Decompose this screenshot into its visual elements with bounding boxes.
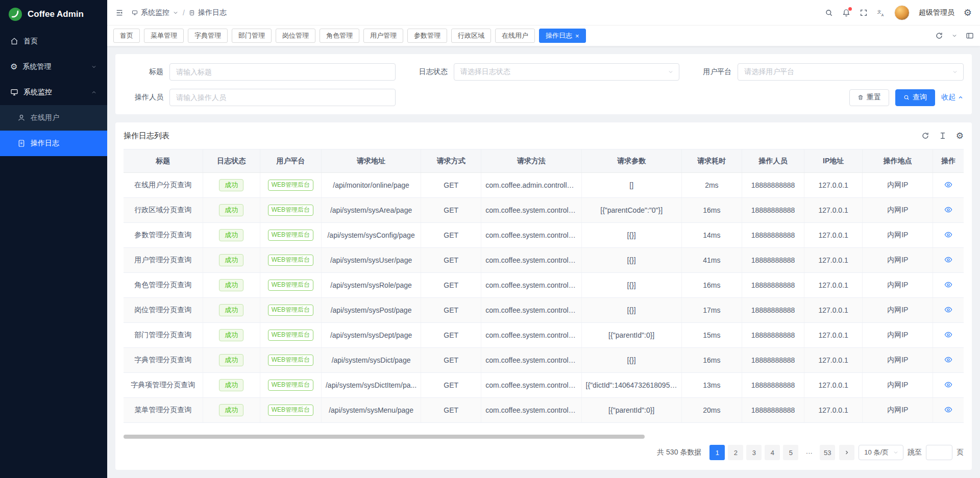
- tab[interactable]: 部门管理 ×: [232, 29, 272, 43]
- table-refresh-button[interactable]: [921, 132, 929, 140]
- page-button[interactable]: 3: [746, 445, 762, 460]
- status-select-placeholder: 请选择日志状态: [460, 67, 510, 77]
- table-row: 部门管理分页查询 成功 WEB管理后台 /api/system/sysDept/…: [124, 323, 964, 348]
- home-icon: [10, 37, 18, 45]
- cell-location: 内网IP: [863, 223, 933, 248]
- collapse-filter-button[interactable]: 收起: [941, 93, 964, 102]
- translate-icon: 文 A: [877, 9, 885, 17]
- cell-duration: 14ms: [681, 223, 742, 248]
- cell-location: 内网IP: [863, 273, 933, 298]
- tab-label: 在线用户: [502, 31, 528, 40]
- table-title: 操作日志列表: [124, 131, 169, 141]
- search-button[interactable]: 查询: [895, 89, 935, 106]
- view-detail-button[interactable]: [944, 206, 952, 214]
- platform-badge: WEB管理后台: [268, 230, 313, 241]
- view-detail-button[interactable]: [944, 406, 952, 414]
- tab[interactable]: 在线用户 ×: [495, 29, 535, 43]
- view-detail-button[interactable]: [944, 256, 952, 264]
- content-layout-button[interactable]: [966, 32, 974, 40]
- tab[interactable]: 角色管理 ×: [320, 29, 359, 43]
- page-button[interactable]: ···: [801, 445, 817, 460]
- cell-params: [{}]: [581, 348, 681, 373]
- total-count-text: 共 530 条数据: [657, 448, 701, 457]
- status-badge: 成功: [219, 404, 243, 417]
- next-page-button[interactable]: [839, 445, 854, 460]
- tab-label: 首页: [120, 31, 133, 40]
- tab-options-button[interactable]: [951, 33, 958, 39]
- page-button[interactable]: 5: [783, 445, 798, 460]
- current-user-name[interactable]: 超级管理员: [919, 8, 954, 17]
- status-badge: 成功: [219, 354, 243, 367]
- tab[interactable]: 岗位管理 ×: [276, 29, 315, 43]
- cell-request-url: /api/system/sysDept/page: [321, 323, 421, 348]
- scrollbar-thumb[interactable]: [124, 435, 645, 439]
- breadcrumb-item-monitor[interactable]: 系统监控: [132, 8, 179, 17]
- collapse-sidebar-button[interactable]: [115, 9, 124, 17]
- tab[interactable]: 字典管理 ×: [188, 29, 228, 43]
- sidebar-item-online-users[interactable]: 在线用户: [0, 105, 107, 131]
- page-button[interactable]: 4: [765, 445, 780, 460]
- cell-request-url: /api/system/sysPost/page: [321, 298, 421, 323]
- cell-operator: 18888888888: [742, 323, 804, 348]
- operator-input[interactable]: [169, 89, 396, 106]
- cell-duration: 17ms: [681, 298, 742, 323]
- cell-params: [{"parentId":0}]: [581, 323, 681, 348]
- app-root: Coffee Admin 首页 ⚙ 系统管理 系统监控: [0, 0, 980, 478]
- platform-select[interactable]: 请选择用户平台: [738, 63, 964, 81]
- refresh-page-button[interactable]: [935, 32, 943, 40]
- sidebar: Coffee Admin 首页 ⚙ 系统管理 系统监控: [0, 0, 107, 478]
- tab[interactable]: 菜单管理 ×: [144, 29, 184, 43]
- tab[interactable]: 行政区域 ×: [451, 29, 491, 43]
- title-input[interactable]: [169, 63, 396, 81]
- cell-operator: 18888888888: [742, 373, 804, 398]
- cell-request-url: /api/system/sysDict/page: [321, 348, 421, 373]
- view-detail-button[interactable]: [944, 181, 952, 189]
- page-button[interactable]: 53: [820, 445, 835, 460]
- svg-text:文: 文: [877, 9, 881, 14]
- cell-request-method: GET: [421, 398, 481, 423]
- gear-icon: ⚙: [10, 63, 17, 71]
- jump-page-input[interactable]: [926, 445, 952, 460]
- view-detail-button[interactable]: [944, 281, 952, 289]
- global-search-button[interactable]: [825, 9, 833, 17]
- settings-button[interactable]: ⚙: [964, 8, 972, 17]
- tab-label: 部门管理: [238, 31, 265, 40]
- tab[interactable]: 首页 ×: [113, 29, 140, 43]
- view-detail-button[interactable]: [944, 231, 952, 239]
- avatar[interactable]: [894, 5, 910, 20]
- monitor-icon: [132, 10, 138, 16]
- sidebar-item-system-monitor[interactable]: 系统监控: [0, 80, 107, 105]
- column-header: 请求参数: [581, 149, 681, 173]
- notification-button[interactable]: [842, 9, 850, 17]
- tab-label: 参数管理: [414, 31, 440, 40]
- table-density-button[interactable]: [939, 132, 947, 140]
- sidebar-item-operation-log[interactable]: 操作日志: [0, 131, 107, 156]
- page-button[interactable]: 1: [709, 445, 725, 460]
- cell-title: 行政区域分页查询: [124, 198, 203, 223]
- view-detail-button[interactable]: [944, 381, 952, 389]
- fullscreen-button[interactable]: [860, 9, 868, 17]
- view-detail-button[interactable]: [944, 331, 952, 339]
- sidebar-item-home[interactable]: 首页: [0, 29, 107, 54]
- tab[interactable]: 参数管理 ×: [407, 29, 447, 43]
- sidebar-item-label: 首页: [23, 37, 38, 46]
- tab[interactable]: 用户管理 ×: [363, 29, 403, 43]
- eye-icon: [944, 256, 952, 264]
- user-icon: [17, 114, 26, 122]
- reset-button[interactable]: 重置: [849, 89, 889, 106]
- page-size-select[interactable]: 10 条/页: [859, 445, 903, 460]
- view-detail-button[interactable]: [944, 356, 952, 364]
- close-icon[interactable]: ×: [575, 33, 579, 39]
- tab[interactable]: 操作日志 ×: [539, 29, 586, 43]
- status-select[interactable]: 请选择日志状态: [454, 63, 680, 81]
- menu-fold-icon: [115, 9, 124, 17]
- sidebar-item-label: 在线用户: [31, 113, 59, 122]
- sidebar-item-system-management[interactable]: ⚙ 系统管理: [0, 54, 107, 80]
- title-label: 标题: [124, 67, 169, 77]
- view-detail-button[interactable]: [944, 306, 952, 314]
- tab-label: 角色管理: [326, 31, 353, 40]
- table-settings-button[interactable]: ⚙: [956, 132, 964, 140]
- page-button[interactable]: 2: [728, 445, 743, 460]
- eye-icon: [944, 206, 952, 214]
- translate-button[interactable]: 文 A: [877, 9, 885, 17]
